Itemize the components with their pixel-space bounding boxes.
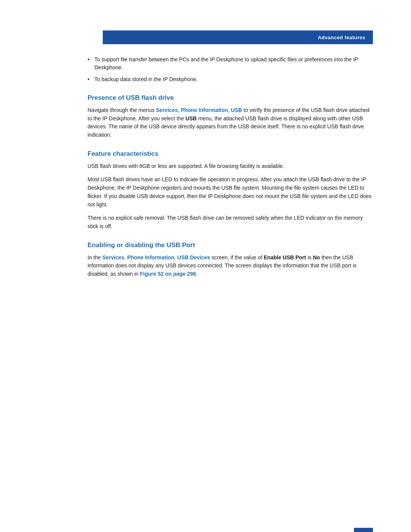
link-phone-info-2[interactable]: Phone Information: [127, 254, 174, 260]
link-services-1[interactable]: Services: [156, 107, 178, 113]
link-phone-info-1[interactable]: Phone Information: [181, 107, 228, 113]
link-usb-1[interactable]: USB: [231, 107, 242, 113]
bold-no: No: [313, 254, 320, 260]
header-title: Advanced features: [318, 35, 365, 40]
bold-usb: USB: [185, 115, 197, 121]
section-heading-presence: Presence of USB flash drive: [88, 94, 373, 102]
link-figure-52[interactable]: Figure 52 on page 298: [140, 271, 196, 277]
bold-enable-usb-port: Enable USB Port: [264, 254, 306, 260]
page-number-box: 297: [354, 528, 373, 532]
section-feature-para3: There is no explicit safe removal. The U…: [88, 214, 373, 230]
header-bar: Advanced features: [103, 30, 373, 44]
section-heading-feature: Feature characteristics: [88, 150, 373, 158]
intro-bullets: To support file transfer between the PCs…: [88, 56, 373, 83]
bullet-item-1: To support file transfer between the PCs…: [88, 56, 373, 72]
page-container: Advanced features To support file transf…: [0, 30, 411, 532]
section-enabling-para1: In the Services, Phone Information, USB …: [88, 254, 373, 278]
bullet-item-2: To backup data stored in the IP Deskphon…: [88, 75, 373, 83]
section-heading-enabling: Enabling or disabling the USB Port: [88, 241, 373, 249]
content-area: To support file transfer between the PCs…: [88, 56, 373, 278]
link-usb-devices[interactable]: USB Devices: [177, 254, 210, 260]
section-presence: Presence of USB flash drive Navigate thr…: [88, 94, 373, 139]
section-feature-para2: Most USB flash drives have an LED to ind…: [88, 176, 373, 209]
section-presence-para1: Navigate through the menus Services, Pho…: [88, 106, 373, 139]
section-feature: Feature characteristics USB flash drives…: [88, 150, 373, 231]
link-services-2[interactable]: Services: [102, 254, 124, 260]
section-feature-para1: USB flash drives with 8GB or less are su…: [88, 162, 373, 171]
section-enabling: Enabling or disabling the USB Port In th…: [88, 241, 373, 278]
